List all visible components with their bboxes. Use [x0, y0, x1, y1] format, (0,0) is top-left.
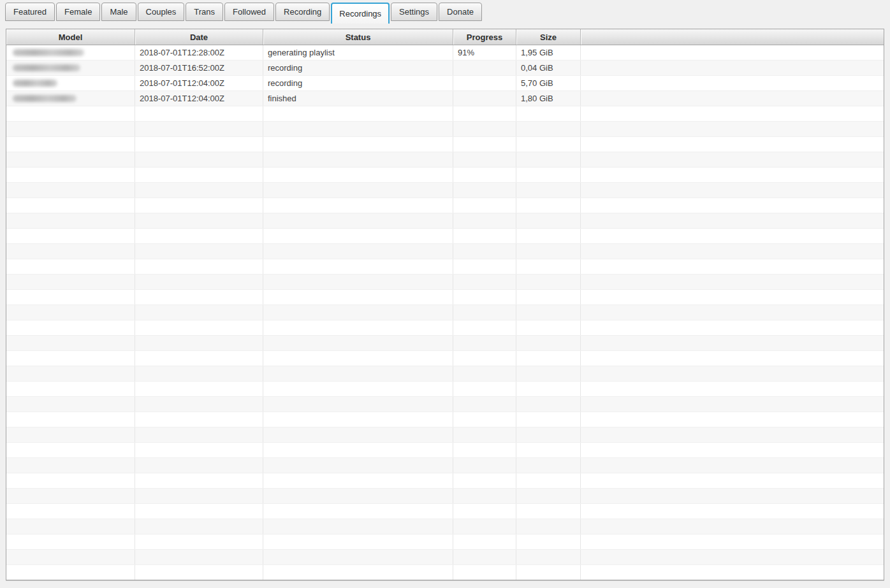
table-row-empty[interactable] [6, 489, 884, 504]
tab-recording[interactable]: Recording [275, 3, 330, 21]
cell-date [135, 397, 263, 412]
tab-donate[interactable]: Donate [439, 3, 482, 21]
table-row[interactable]: 2018-07-01T16:52:00Zrecording0,04 GiB [6, 61, 884, 76]
table-row-empty[interactable] [6, 244, 884, 259]
tab-recordings[interactable]: Recordings [331, 3, 390, 24]
column-header-status[interactable]: Status [263, 29, 453, 45]
table-row-empty[interactable] [6, 550, 884, 565]
tab-female[interactable]: Female [56, 3, 100, 21]
table-row-empty[interactable] [6, 122, 884, 137]
table-row-empty[interactable] [6, 137, 884, 152]
cell-status [263, 458, 453, 473]
cell-status [263, 122, 453, 136]
table-row-empty[interactable] [6, 152, 884, 168]
cell-extra [581, 504, 884, 519]
cell-size [516, 305, 581, 320]
table-row-empty[interactable] [6, 412, 884, 427]
table-row-empty[interactable] [6, 275, 884, 290]
cell-model [6, 351, 135, 366]
cell-status [263, 259, 453, 274]
cell-extra [581, 76, 884, 90]
cell-model [6, 443, 135, 457]
cell-model [6, 320, 135, 335]
table-row-empty[interactable] [6, 198, 884, 213]
table-row-empty[interactable] [6, 259, 884, 275]
cell-progress [453, 305, 516, 320]
table-row-empty[interactable] [6, 366, 884, 382]
cell-extra [581, 229, 884, 243]
table-row-empty[interactable] [6, 443, 884, 458]
cell-progress [453, 244, 516, 259]
table-row-empty[interactable] [6, 168, 884, 183]
cell-date [135, 336, 263, 350]
cell-status [263, 244, 453, 259]
cell-date [135, 382, 263, 396]
tab-trans[interactable]: Trans [186, 3, 223, 21]
column-header-progress[interactable]: Progress [453, 29, 516, 45]
column-header-size[interactable]: Size [516, 29, 581, 45]
cell-date [135, 168, 263, 182]
tab-featured[interactable]: Featured [5, 3, 55, 21]
table-row-empty[interactable] [6, 504, 884, 519]
table-row-empty[interactable] [6, 519, 884, 534]
table-row-empty[interactable] [6, 106, 884, 122]
cell-model [6, 397, 135, 412]
cell-model [6, 259, 135, 274]
cell-status: recording [263, 61, 453, 75]
tab-couples[interactable]: Couples [138, 3, 185, 21]
cell-extra [581, 443, 884, 457]
table-row[interactable]: 2018-07-01T12:28:00Zgenerating playlist9… [6, 45, 884, 61]
table-row-empty[interactable] [6, 565, 884, 580]
table-row-empty[interactable] [6, 320, 884, 336]
cell-size: 1,80 GiB [516, 91, 581, 106]
cell-progress [453, 76, 516, 90]
cell-size [516, 443, 581, 457]
cell-date [135, 244, 263, 259]
cell-progress [453, 229, 516, 243]
table-row-empty[interactable] [6, 229, 884, 244]
cell-model [6, 336, 135, 350]
cell-extra [581, 152, 884, 167]
cell-model [6, 213, 135, 228]
cell-date [135, 183, 263, 197]
column-header-date[interactable]: Date [135, 29, 263, 45]
table-row-empty[interactable] [6, 290, 884, 305]
cell-extra [581, 275, 884, 289]
cell-extra [581, 213, 884, 228]
table-row-empty[interactable] [6, 397, 884, 412]
table-row-empty[interactable] [6, 183, 884, 198]
cell-progress [453, 443, 516, 457]
cell-extra [581, 91, 884, 106]
tab-settings[interactable]: Settings [391, 3, 437, 21]
table-row-empty[interactable] [6, 534, 884, 550]
table-row[interactable]: 2018-07-01T12:04:00Zrecording5,70 GiB [6, 76, 884, 91]
cell-date [135, 198, 263, 213]
table-row-empty[interactable] [6, 458, 884, 473]
cell-status: finished [263, 91, 453, 106]
cell-progress [453, 213, 516, 228]
table-row-empty[interactable] [6, 351, 884, 366]
tab-male[interactable]: Male [101, 3, 136, 21]
cell-size [516, 351, 581, 366]
table-row-empty[interactable] [6, 382, 884, 397]
cell-progress [453, 565, 516, 580]
tab-followed[interactable]: Followed [224, 3, 274, 21]
table-row[interactable]: 2018-07-01T12:04:00Zfinished1,80 GiB [6, 91, 884, 106]
cell-progress [453, 504, 516, 519]
table-row-empty[interactable] [6, 427, 884, 443]
table-body: 2018-07-01T12:28:00Zgenerating playlist9… [6, 45, 884, 580]
table-row-empty[interactable] [6, 473, 884, 489]
cell-date: 2018-07-01T12:04:00Z [135, 76, 263, 90]
cell-date [135, 137, 263, 152]
cell-progress [453, 198, 516, 213]
cell-extra [581, 244, 884, 259]
table-row-empty[interactable] [6, 305, 884, 320]
cell-status [263, 382, 453, 396]
cell-status [263, 183, 453, 197]
cell-extra [581, 550, 884, 564]
cell-model [6, 550, 135, 564]
column-header-model[interactable]: Model [6, 29, 135, 45]
cell-model [6, 45, 135, 60]
table-row-empty[interactable] [6, 213, 884, 229]
table-row-empty[interactable] [6, 336, 884, 351]
